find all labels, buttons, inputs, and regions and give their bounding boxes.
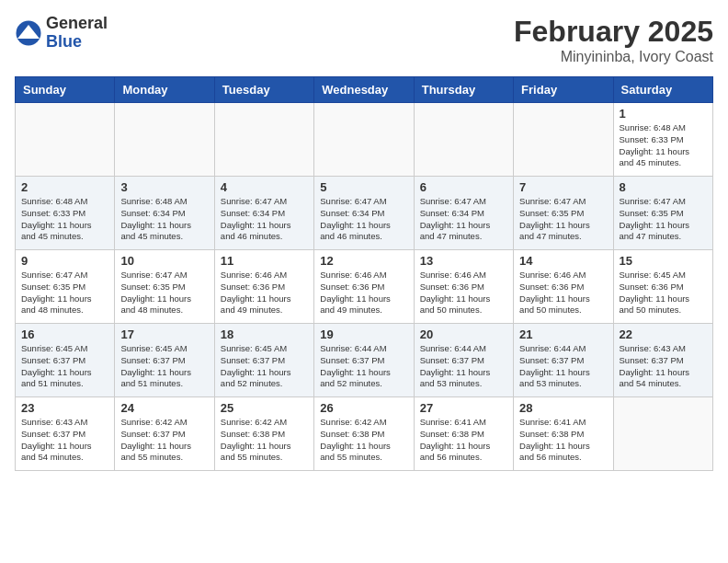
day-number: 4 — [221, 180, 308, 194]
table-row: 22Sunrise: 6:43 AM Sunset: 6:37 PM Dayli… — [613, 324, 712, 397]
calendar-week-row: 23Sunrise: 6:43 AM Sunset: 6:37 PM Dayli… — [16, 397, 713, 471]
col-sunday: Sunday — [16, 77, 115, 103]
day-info: Sunrise: 6:42 AM Sunset: 6:37 PM Dayligh… — [120, 417, 208, 464]
table-row: 10Sunrise: 6:47 AM Sunset: 6:35 PM Dayli… — [115, 250, 214, 324]
day-number: 10 — [120, 254, 208, 268]
table-row: 28Sunrise: 6:41 AM Sunset: 6:38 PM Dayli… — [514, 397, 613, 471]
table-row: 20Sunrise: 6:44 AM Sunset: 6:37 PM Dayli… — [414, 324, 513, 397]
day-number: 19 — [320, 327, 407, 341]
day-info: Sunrise: 6:47 AM Sunset: 6:35 PM Dayligh… — [21, 270, 108, 316]
table-row: 16Sunrise: 6:45 AM Sunset: 6:37 PM Dayli… — [16, 324, 115, 397]
col-wednesday: Wednesday — [314, 77, 414, 103]
calendar-week-row: 16Sunrise: 6:45 AM Sunset: 6:37 PM Dayli… — [16, 324, 713, 397]
table-row: 21Sunrise: 6:44 AM Sunset: 6:37 PM Dayli… — [514, 324, 613, 397]
day-number: 7 — [519, 180, 607, 194]
table-row: 1Sunrise: 6:48 AM Sunset: 6:33 PM Daylig… — [613, 103, 712, 177]
table-row: 19Sunrise: 6:44 AM Sunset: 6:37 PM Dayli… — [314, 324, 414, 397]
table-row: 23Sunrise: 6:43 AM Sunset: 6:37 PM Dayli… — [16, 397, 115, 471]
day-info: Sunrise: 6:48 AM Sunset: 6:33 PM Dayligh… — [620, 122, 707, 169]
col-tuesday: Tuesday — [214, 77, 313, 103]
day-info: Sunrise: 6:47 AM Sunset: 6:34 PM Dayligh… — [420, 196, 507, 243]
day-number: 20 — [420, 327, 507, 341]
table-row — [414, 103, 513, 177]
day-number: 16 — [21, 327, 108, 341]
table-row: 2Sunrise: 6:48 AM Sunset: 6:33 PM Daylig… — [16, 177, 115, 250]
day-info: Sunrise: 6:43 AM Sunset: 6:37 PM Dayligh… — [620, 343, 707, 390]
day-info: Sunrise: 6:44 AM Sunset: 6:37 PM Dayligh… — [420, 343, 507, 390]
day-number: 25 — [221, 401, 308, 415]
table-row: 18Sunrise: 6:45 AM Sunset: 6:37 PM Dayli… — [214, 324, 313, 397]
day-info: Sunrise: 6:43 AM Sunset: 6:37 PM Dayligh… — [21, 417, 108, 464]
day-info: Sunrise: 6:44 AM Sunset: 6:37 PM Dayligh… — [519, 343, 607, 390]
calendar-week-row: 1Sunrise: 6:48 AM Sunset: 6:33 PM Daylig… — [16, 103, 713, 177]
table-row — [16, 103, 115, 177]
table-row: 24Sunrise: 6:42 AM Sunset: 6:37 PM Dayli… — [115, 397, 214, 471]
day-number: 3 — [120, 180, 208, 194]
table-row: 3Sunrise: 6:48 AM Sunset: 6:34 PM Daylig… — [115, 177, 214, 250]
table-row — [115, 103, 214, 177]
day-info: Sunrise: 6:45 AM Sunset: 6:37 PM Dayligh… — [21, 343, 108, 390]
day-info: Sunrise: 6:47 AM Sunset: 6:35 PM Dayligh… — [120, 270, 208, 316]
day-number: 5 — [320, 180, 407, 194]
table-row: 14Sunrise: 6:46 AM Sunset: 6:36 PM Dayli… — [514, 250, 613, 324]
calendar-header-row: Sunday Monday Tuesday Wednesday Thursday… — [16, 77, 713, 103]
day-number: 14 — [519, 254, 607, 268]
col-saturday: Saturday — [613, 77, 712, 103]
title-section: February 2025 Minyininba, Ivory Coast — [514, 15, 713, 65]
day-number: 26 — [320, 401, 407, 415]
logo-text: General Blue — [46, 15, 108, 52]
day-number: 21 — [519, 327, 607, 341]
day-number: 28 — [519, 401, 607, 415]
day-number: 23 — [21, 401, 108, 415]
table-row — [514, 103, 613, 177]
day-info: Sunrise: 6:41 AM Sunset: 6:38 PM Dayligh… — [420, 417, 507, 464]
page-header: General Blue February 2025 Minyininba, I… — [15, 15, 713, 65]
table-row — [613, 397, 712, 471]
day-number: 9 — [21, 254, 108, 268]
day-info: Sunrise: 6:45 AM Sunset: 6:37 PM Dayligh… — [221, 343, 308, 390]
day-number: 2 — [21, 180, 108, 194]
day-number: 6 — [420, 180, 507, 194]
logo-blue: Blue — [46, 33, 108, 52]
table-row: 5Sunrise: 6:47 AM Sunset: 6:34 PM Daylig… — [314, 177, 414, 250]
day-number: 12 — [320, 254, 407, 268]
calendar-week-row: 9Sunrise: 6:47 AM Sunset: 6:35 PM Daylig… — [16, 250, 713, 324]
day-number: 18 — [221, 327, 308, 341]
table-row: 6Sunrise: 6:47 AM Sunset: 6:34 PM Daylig… — [414, 177, 513, 250]
col-friday: Friday — [514, 77, 613, 103]
day-info: Sunrise: 6:47 AM Sunset: 6:35 PM Dayligh… — [620, 196, 707, 243]
day-info: Sunrise: 6:45 AM Sunset: 6:37 PM Dayligh… — [120, 343, 208, 390]
location-title: Minyininba, Ivory Coast — [514, 49, 713, 65]
table-row: 13Sunrise: 6:46 AM Sunset: 6:36 PM Dayli… — [414, 250, 513, 324]
calendar-week-row: 2Sunrise: 6:48 AM Sunset: 6:33 PM Daylig… — [16, 177, 713, 250]
logo: General Blue — [15, 15, 108, 52]
table-row: 26Sunrise: 6:42 AM Sunset: 6:38 PM Dayli… — [314, 397, 414, 471]
day-info: Sunrise: 6:46 AM Sunset: 6:36 PM Dayligh… — [420, 270, 507, 316]
table-row — [214, 103, 313, 177]
day-number: 11 — [221, 254, 308, 268]
month-title: February 2025 — [514, 15, 713, 49]
col-monday: Monday — [115, 77, 214, 103]
day-info: Sunrise: 6:48 AM Sunset: 6:33 PM Dayligh… — [21, 196, 108, 243]
day-info: Sunrise: 6:47 AM Sunset: 6:35 PM Dayligh… — [519, 196, 607, 243]
table-row: 11Sunrise: 6:46 AM Sunset: 6:36 PM Dayli… — [214, 250, 313, 324]
table-row: 15Sunrise: 6:45 AM Sunset: 6:36 PM Dayli… — [613, 250, 712, 324]
calendar: Sunday Monday Tuesday Wednesday Thursday… — [15, 76, 713, 471]
day-info: Sunrise: 6:42 AM Sunset: 6:38 PM Dayligh… — [221, 417, 308, 464]
day-info: Sunrise: 6:46 AM Sunset: 6:36 PM Dayligh… — [320, 270, 407, 316]
day-number: 22 — [620, 327, 707, 341]
day-number: 8 — [620, 180, 707, 194]
table-row: 17Sunrise: 6:45 AM Sunset: 6:37 PM Dayli… — [115, 324, 214, 397]
table-row: 4Sunrise: 6:47 AM Sunset: 6:34 PM Daylig… — [214, 177, 313, 250]
day-info: Sunrise: 6:46 AM Sunset: 6:36 PM Dayligh… — [519, 270, 607, 316]
table-row — [314, 103, 414, 177]
day-info: Sunrise: 6:48 AM Sunset: 6:34 PM Dayligh… — [120, 196, 208, 243]
day-info: Sunrise: 6:47 AM Sunset: 6:34 PM Dayligh… — [320, 196, 407, 243]
logo-icon — [15, 19, 42, 47]
table-row: 27Sunrise: 6:41 AM Sunset: 6:38 PM Dayli… — [414, 397, 513, 471]
table-row: 12Sunrise: 6:46 AM Sunset: 6:36 PM Dayli… — [314, 250, 414, 324]
day-number: 1 — [620, 107, 707, 121]
table-row: 7Sunrise: 6:47 AM Sunset: 6:35 PM Daylig… — [514, 177, 613, 250]
day-info: Sunrise: 6:44 AM Sunset: 6:37 PM Dayligh… — [320, 343, 407, 390]
logo-general: General — [46, 15, 108, 33]
